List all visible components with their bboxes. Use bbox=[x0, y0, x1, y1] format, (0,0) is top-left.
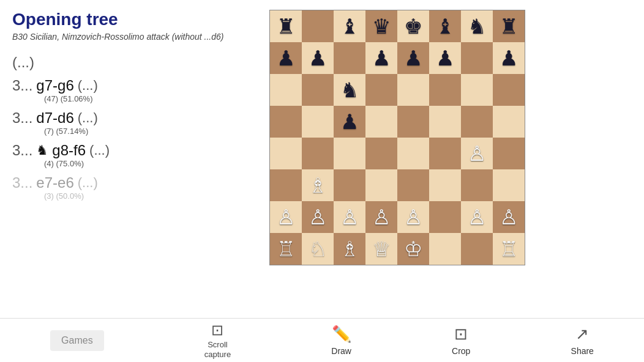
chess-cell bbox=[429, 233, 461, 265]
crop-label: Crop bbox=[452, 346, 470, 356]
move-notation-d7d6: d7-d6 bbox=[36, 109, 73, 127]
chess-cell: ♙ bbox=[397, 201, 429, 233]
move-stats-e7e6: (3) (50.0%) bbox=[12, 191, 257, 201]
move-entry-d7d6: 3... d7-d6 (...) (7) (57.14%) bbox=[12, 109, 257, 136]
games-button[interactable]: Games bbox=[50, 330, 104, 351]
top-level-notation: (...) bbox=[12, 54, 34, 70]
move-stats-g7g6: (47) (51.06%) bbox=[12, 94, 257, 103]
move-notation-g7g6: g7-g6 bbox=[36, 77, 73, 94]
chess-cell bbox=[270, 169, 302, 201]
move-stats-g8f6: (4) (75.0%) bbox=[12, 159, 257, 168]
chess-cell bbox=[429, 74, 461, 106]
chess-cell bbox=[302, 106, 334, 138]
chess-cell bbox=[397, 169, 429, 201]
scroll-capture-label: Scrollcapture bbox=[204, 340, 231, 359]
chess-cell: ♟ bbox=[270, 42, 302, 74]
scroll-capture-button[interactable]: ⊡ Scrollcapture bbox=[204, 322, 231, 359]
chess-cell: ♛ bbox=[365, 10, 397, 42]
chess-cell bbox=[461, 233, 493, 265]
chess-cell bbox=[365, 169, 397, 201]
move-number-2: 3... bbox=[12, 109, 32, 127]
chess-cell bbox=[461, 106, 493, 138]
chess-cell bbox=[302, 138, 334, 169]
share-label: Share bbox=[571, 346, 594, 356]
chess-cell: ♙ bbox=[461, 201, 493, 233]
chess-cell: ♝ bbox=[429, 10, 461, 42]
chess-cell: ♝ bbox=[334, 10, 365, 42]
chess-cell: ♜ bbox=[270, 10, 302, 42]
chess-cell: ♞ bbox=[461, 10, 493, 42]
chess-cell bbox=[334, 169, 365, 201]
chess-cell bbox=[429, 201, 461, 233]
page-title: Opening tree bbox=[12, 10, 257, 29]
chess-cell: ♙ bbox=[302, 201, 334, 233]
move-line-e7e6[interactable]: 3... e7-e6 (...) bbox=[12, 174, 257, 191]
share-icon: ↗ bbox=[575, 325, 589, 344]
chess-cell: ♞ bbox=[334, 74, 365, 106]
chess-cell: ♟ bbox=[429, 42, 461, 74]
chess-cell bbox=[270, 106, 302, 138]
scroll-capture-icon: ⊡ bbox=[211, 322, 223, 339]
move-number-1: 3... bbox=[12, 77, 32, 94]
move-number-4: 3... bbox=[12, 174, 32, 191]
chess-cell bbox=[302, 10, 334, 42]
move-stats-d7d6: (7) (57.14%) bbox=[12, 127, 257, 136]
chess-cell bbox=[429, 169, 461, 201]
chess-cell bbox=[493, 138, 525, 169]
chess-cell bbox=[397, 106, 429, 138]
crop-button[interactable]: ⊡ Crop bbox=[452, 325, 470, 356]
chess-cell: ♙ bbox=[493, 201, 525, 233]
chess-cell: ♔ bbox=[397, 233, 429, 265]
move-entry-e7e6: 3... e7-e6 (...) (3) (50.0%) bbox=[12, 174, 257, 201]
chess-cell bbox=[493, 74, 525, 106]
chess-cell bbox=[270, 138, 302, 169]
chess-cell bbox=[334, 42, 365, 74]
chess-board: ♜♝♛♚♝♞♜♟♟♟♟♟♟♞♟♙♗♙♙♙♙♙♙♙♖♘♗♕♔♖ bbox=[269, 10, 525, 265]
chess-cell bbox=[429, 106, 461, 138]
chess-cell: ♗ bbox=[334, 233, 365, 265]
move-line-d7d6[interactable]: 3... d7-d6 (...) bbox=[12, 109, 257, 127]
move-line-g7g6[interactable]: 3... g7-g6 (...) bbox=[12, 77, 257, 94]
draw-icon: ✏️ bbox=[332, 325, 351, 344]
chess-cell: ♖ bbox=[270, 233, 302, 265]
top-level-move[interactable]: (...) bbox=[12, 54, 257, 71]
draw-label: Draw bbox=[331, 346, 351, 356]
share-button[interactable]: ↗ Share bbox=[571, 325, 594, 356]
chess-cell bbox=[270, 74, 302, 106]
chess-cell: ♟ bbox=[493, 42, 525, 74]
chess-cell: ♚ bbox=[397, 10, 429, 42]
chess-cell bbox=[365, 138, 397, 169]
chess-cell bbox=[397, 74, 429, 106]
chess-cell: ♟ bbox=[302, 42, 334, 74]
chess-cell: ♙ bbox=[461, 138, 493, 169]
chess-cell: ♘ bbox=[302, 233, 334, 265]
chess-cell bbox=[429, 138, 461, 169]
crop-icon: ⊡ bbox=[454, 325, 468, 344]
chess-cell: ♟ bbox=[397, 42, 429, 74]
chess-cell: ♜ bbox=[493, 10, 525, 42]
chess-cell: ♙ bbox=[365, 201, 397, 233]
chess-cell: ♗ bbox=[302, 169, 334, 201]
chess-board-container: ♜♝♛♚♝♞♜♟♟♟♟♟♟♞♟♙♗♙♙♙♙♙♙♙♖♘♗♕♔♖ bbox=[269, 10, 525, 265]
knight-piece-icon: ♞ bbox=[36, 142, 48, 158]
chess-cell: ♖ bbox=[493, 233, 525, 265]
chess-cell bbox=[302, 74, 334, 106]
chess-cell bbox=[334, 138, 365, 169]
chess-cell bbox=[365, 106, 397, 138]
subtitle: B30 Sicilian, Nimzovich-Rossolimo attack… bbox=[12, 32, 257, 42]
chess-cell: ♟ bbox=[334, 106, 365, 138]
move-link-e7e6[interactable]: (...) bbox=[78, 175, 98, 191]
right-panel: ♜♝♛♚♝♞♜♟♟♟♟♟♟♞♟♙♗♙♙♙♙♙♙♙♖♘♗♕♔♖ bbox=[269, 10, 632, 352]
move-link-g7g6[interactable]: (...) bbox=[78, 78, 98, 94]
chess-cell bbox=[461, 169, 493, 201]
draw-button[interactable]: ✏️ Draw bbox=[331, 325, 351, 356]
chess-cell bbox=[493, 106, 525, 138]
chess-cell bbox=[493, 169, 525, 201]
chess-cell bbox=[461, 74, 493, 106]
move-entry-g8f6: 3... ♞ g8-f6 (...) (4) (75.0%) bbox=[12, 142, 257, 168]
chess-cell: ♕ bbox=[365, 233, 397, 265]
chess-cell: ♙ bbox=[270, 201, 302, 233]
move-line-g8f6[interactable]: 3... ♞ g8-f6 (...) bbox=[12, 142, 257, 159]
move-link-g8f6[interactable]: (...) bbox=[89, 142, 110, 158]
move-link-d7d6[interactable]: (...) bbox=[78, 110, 98, 126]
